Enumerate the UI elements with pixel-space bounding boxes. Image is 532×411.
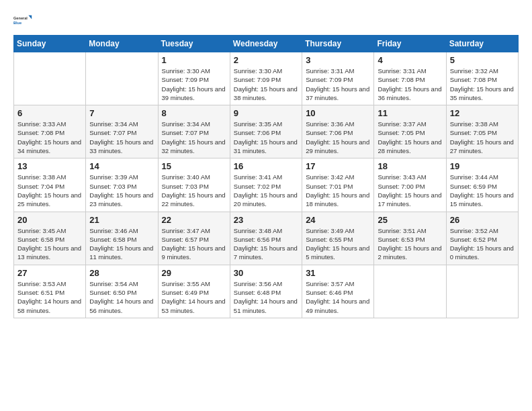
day-info: Sunrise: 3:45 AMSunset: 6:58 PMDaylight:… — [17, 226, 82, 262]
day-info: Sunrise: 3:33 AMSunset: 7:08 PMDaylight:… — [17, 120, 82, 155]
svg-marker-2 — [28, 15, 32, 19]
calendar-cell: 7Sunrise: 3:34 AMSunset: 7:07 PMDaylight… — [86, 105, 158, 158]
calendar-cell — [446, 265, 518, 318]
day-number: 12 — [450, 108, 515, 118]
svg-text:General: General — [13, 16, 28, 20]
day-number: 29 — [162, 268, 226, 278]
calendar-cell: 11Sunrise: 3:37 AMSunset: 7:05 PMDayligh… — [374, 105, 446, 158]
day-info: Sunrise: 3:48 AMSunset: 6:56 PMDaylight:… — [234, 226, 298, 262]
day-number: 6 — [17, 108, 82, 118]
day-number: 26 — [450, 215, 515, 225]
day-number: 7 — [89, 108, 154, 118]
day-number: 3 — [306, 55, 370, 65]
header: GeneralBlue — [13, 11, 519, 30]
day-number: 22 — [162, 215, 226, 225]
day-number: 28 — [89, 268, 154, 278]
day-info: Sunrise: 3:30 AMSunset: 7:09 PMDaylight:… — [162, 66, 226, 102]
day-info: Sunrise: 3:39 AMSunset: 7:03 PMDaylight:… — [89, 173, 154, 208]
week-row-5: 27Sunrise: 3:53 AMSunset: 6:51 PMDayligh… — [14, 265, 519, 318]
calendar-cell: 28Sunrise: 3:54 AMSunset: 6:50 PMDayligh… — [86, 265, 158, 318]
calendar-cell: 6Sunrise: 3:33 AMSunset: 7:08 PMDaylight… — [14, 105, 86, 158]
page: GeneralBlue SundayMondayTuesdayWednesday… — [0, 0, 532, 329]
day-info: Sunrise: 3:47 AMSunset: 6:57 PMDaylight:… — [162, 226, 226, 262]
day-number: 8 — [162, 108, 226, 118]
calendar-cell: 13Sunrise: 3:38 AMSunset: 7:04 PMDayligh… — [14, 158, 86, 212]
calendar-cell: 29Sunrise: 3:55 AMSunset: 6:49 PMDayligh… — [158, 265, 230, 318]
calendar-cell: 24Sunrise: 3:49 AMSunset: 6:55 PMDayligh… — [302, 212, 374, 265]
calendar-cell: 16Sunrise: 3:41 AMSunset: 7:02 PMDayligh… — [230, 158, 302, 212]
calendar-cell: 12Sunrise: 3:38 AMSunset: 7:05 PMDayligh… — [446, 105, 518, 158]
day-info: Sunrise: 3:42 AMSunset: 7:01 PMDaylight:… — [306, 173, 370, 208]
calendar-cell: 21Sunrise: 3:46 AMSunset: 6:58 PMDayligh… — [86, 212, 158, 265]
day-number: 18 — [378, 161, 442, 171]
day-info: Sunrise: 3:34 AMSunset: 7:07 PMDaylight:… — [89, 120, 154, 155]
calendar-cell: 14Sunrise: 3:39 AMSunset: 7:03 PMDayligh… — [86, 158, 158, 212]
day-info: Sunrise: 3:34 AMSunset: 7:07 PMDaylight:… — [162, 120, 226, 155]
day-info: Sunrise: 3:55 AMSunset: 6:49 PMDaylight:… — [162, 279, 226, 315]
day-number: 14 — [89, 161, 154, 171]
day-number: 1 — [162, 55, 226, 65]
day-info: Sunrise: 3:44 AMSunset: 6:59 PMDaylight:… — [450, 173, 515, 208]
day-number: 10 — [306, 108, 370, 118]
calendar-cell: 4Sunrise: 3:31 AMSunset: 7:08 PMDaylight… — [374, 52, 446, 105]
day-info: Sunrise: 3:41 AMSunset: 7:02 PMDaylight:… — [234, 173, 298, 208]
day-info: Sunrise: 3:36 AMSunset: 7:06 PMDaylight:… — [306, 120, 370, 155]
day-number: 23 — [234, 215, 298, 225]
day-info: Sunrise: 3:52 AMSunset: 6:52 PMDaylight:… — [450, 226, 515, 262]
day-info: Sunrise: 3:51 AMSunset: 6:53 PMDaylight:… — [378, 226, 442, 262]
day-number: 27 — [17, 268, 82, 278]
week-row-4: 20Sunrise: 3:45 AMSunset: 6:58 PMDayligh… — [14, 212, 519, 265]
calendar-cell: 27Sunrise: 3:53 AMSunset: 6:51 PMDayligh… — [14, 265, 86, 318]
calendar-cell — [374, 265, 446, 318]
day-number: 24 — [306, 215, 370, 225]
calendar-cell: 22Sunrise: 3:47 AMSunset: 6:57 PMDayligh… — [158, 212, 230, 265]
day-number: 15 — [162, 161, 226, 171]
weekday-header-saturday: Saturday — [446, 36, 518, 52]
day-info: Sunrise: 3:35 AMSunset: 7:06 PMDaylight:… — [234, 120, 298, 155]
calendar-cell: 9Sunrise: 3:35 AMSunset: 7:06 PMDaylight… — [230, 105, 302, 158]
day-info: Sunrise: 3:43 AMSunset: 7:00 PMDaylight:… — [378, 173, 442, 208]
day-info: Sunrise: 3:54 AMSunset: 6:50 PMDaylight:… — [89, 279, 154, 315]
day-number: 2 — [234, 55, 298, 65]
day-number: 11 — [378, 108, 442, 118]
weekday-header-monday: Monday — [86, 36, 158, 52]
weekday-header-thursday: Thursday — [302, 36, 374, 52]
calendar-cell: 15Sunrise: 3:40 AMSunset: 7:03 PMDayligh… — [158, 158, 230, 212]
day-info: Sunrise: 3:38 AMSunset: 7:05 PMDaylight:… — [450, 120, 515, 155]
day-info: Sunrise: 3:49 AMSunset: 6:55 PMDaylight:… — [306, 226, 370, 262]
weekday-header-sunday: Sunday — [14, 36, 86, 52]
logo: GeneralBlue — [13, 11, 32, 30]
day-info: Sunrise: 3:31 AMSunset: 7:08 PMDaylight:… — [378, 66, 442, 102]
calendar-cell: 20Sunrise: 3:45 AMSunset: 6:58 PMDayligh… — [14, 212, 86, 265]
day-number: 16 — [234, 161, 298, 171]
calendar-cell: 17Sunrise: 3:42 AMSunset: 7:01 PMDayligh… — [302, 158, 374, 212]
day-info: Sunrise: 3:53 AMSunset: 6:51 PMDaylight:… — [17, 279, 82, 315]
day-info: Sunrise: 3:56 AMSunset: 6:48 PMDaylight:… — [234, 279, 298, 315]
calendar-cell: 18Sunrise: 3:43 AMSunset: 7:00 PMDayligh… — [374, 158, 446, 212]
day-info: Sunrise: 3:37 AMSunset: 7:05 PMDaylight:… — [378, 120, 442, 155]
calendar-cell: 19Sunrise: 3:44 AMSunset: 6:59 PMDayligh… — [446, 158, 518, 212]
weekday-header-friday: Friday — [374, 36, 446, 52]
day-number: 21 — [89, 215, 154, 225]
day-number: 19 — [450, 161, 515, 171]
day-number: 20 — [17, 215, 82, 225]
day-info: Sunrise: 3:30 AMSunset: 7:09 PMDaylight:… — [234, 66, 298, 102]
day-number: 30 — [234, 268, 298, 278]
week-row-1: 1Sunrise: 3:30 AMSunset: 7:09 PMDaylight… — [14, 52, 519, 105]
day-number: 5 — [450, 55, 515, 65]
weekday-header-tuesday: Tuesday — [158, 36, 230, 52]
calendar-cell: 8Sunrise: 3:34 AMSunset: 7:07 PMDaylight… — [158, 105, 230, 158]
day-info: Sunrise: 3:32 AMSunset: 7:08 PMDaylight:… — [450, 66, 515, 102]
calendar-table: SundayMondayTuesdayWednesdayThursdayFrid… — [13, 35, 519, 318]
calendar-cell — [14, 52, 86, 105]
calendar-cell: 25Sunrise: 3:51 AMSunset: 6:53 PMDayligh… — [374, 212, 446, 265]
calendar-cell: 2Sunrise: 3:30 AMSunset: 7:09 PMDaylight… — [230, 52, 302, 105]
day-info: Sunrise: 3:46 AMSunset: 6:58 PMDaylight:… — [89, 226, 154, 262]
weekday-header-wednesday: Wednesday — [230, 36, 302, 52]
day-info: Sunrise: 3:40 AMSunset: 7:03 PMDaylight:… — [162, 173, 226, 208]
logo-icon: GeneralBlue — [13, 11, 32, 30]
day-number: 9 — [234, 108, 298, 118]
day-number: 31 — [306, 268, 370, 278]
calendar-cell: 26Sunrise: 3:52 AMSunset: 6:52 PMDayligh… — [446, 212, 518, 265]
calendar-cell: 31Sunrise: 3:57 AMSunset: 6:46 PMDayligh… — [302, 265, 374, 318]
